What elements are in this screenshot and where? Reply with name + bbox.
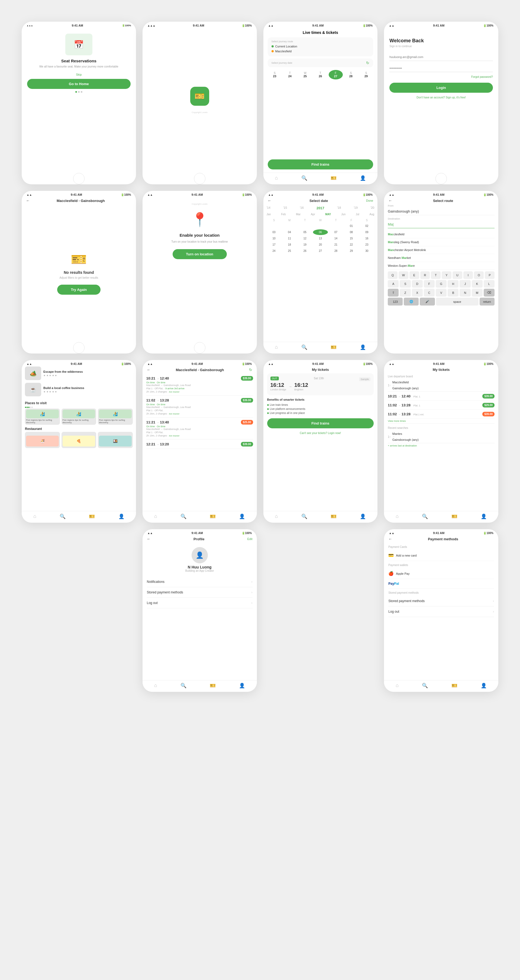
key-x[interactable]: X <box>412 289 423 297</box>
month-feb[interactable]: Feb <box>281 213 286 216</box>
back-arrow-payment[interactable]: ← <box>388 537 392 541</box>
cal-day-20[interactable]: 20 <box>313 242 328 248</box>
key-globe[interactable]: 🌐 <box>404 298 419 305</box>
rest-2[interactable]: 🍕 <box>62 432 97 448</box>
blog-card-2[interactable]: ☕ Build a local coffee business ★ ★ ★ ★ … <box>25 383 133 396</box>
search-icon-payment[interactable]: 🔍 <box>422 682 428 689</box>
cal-day-02[interactable]: 02 <box>359 223 374 229</box>
cal-day-12[interactable]: 12 <box>297 235 312 241</box>
key-m[interactable]: M <box>472 289 483 297</box>
date-26[interactable]: T26 <box>313 70 328 80</box>
login-button[interactable]: Login <box>390 83 493 93</box>
logout-menu-item[interactable]: Log out › <box>147 598 253 608</box>
key-return[interactable]: return <box>480 298 495 305</box>
year-15[interactable]: '15 <box>283 206 287 210</box>
cal-day-23[interactable]: 23 <box>359 242 374 248</box>
search-icon-profile[interactable]: 🔍 <box>180 682 186 689</box>
user-nav-icon[interactable]: 👤 <box>360 175 366 181</box>
month-apr[interactable]: Apr <box>311 213 315 216</box>
find-trains-tickets-button[interactable]: Find trains <box>267 418 374 428</box>
user-icon-cal[interactable]: 👤 <box>360 344 366 350</box>
key-q[interactable]: Q <box>388 271 398 279</box>
back-arrow-cal[interactable]: ← <box>268 199 272 203</box>
go-to-home-button[interactable]: Go to Home <box>27 79 130 89</box>
train-row-1[interactable]: 10:21 → 12:40 $39.00 On time · On time M… <box>146 374 253 396</box>
cal-day-14[interactable]: 14 <box>328 235 343 241</box>
suggestion-mansleg[interactable]: Mansleg (Sweny Road) <box>388 238 495 246</box>
done-button[interactable]: Done <box>366 199 373 202</box>
back-arrow-profile[interactable]: ← <box>147 537 151 541</box>
key-o[interactable]: O <box>474 271 484 279</box>
cal-day-01[interactable]: 01 <box>344 223 359 229</box>
try-again-button[interactable]: Try Again <box>57 285 100 295</box>
rest-3[interactable]: 🍱 <box>98 432 133 448</box>
cal-day-13[interactable]: 13 <box>313 235 328 241</box>
dest-value[interactable]: Ma| <box>388 221 495 228</box>
suggestion-needham[interactable]: Needham Market <box>388 254 495 262</box>
cal-day-09[interactable]: 09 <box>359 229 374 235</box>
cal-day-07[interactable]: 07 <box>328 229 343 235</box>
ticket-icon-te[interactable]: 🎫 <box>331 514 337 519</box>
user-icon-trains[interactable]: 👤 <box>239 514 245 519</box>
ticket-icon-content[interactable]: 🎫 <box>89 514 95 519</box>
user-icon-payment[interactable]: 👤 <box>481 682 487 689</box>
cal-day-30[interactable]: 30 <box>359 248 374 254</box>
cal-day-21[interactable]: 21 <box>328 242 343 248</box>
home-icon-cal[interactable]: ⌂ <box>275 344 278 350</box>
login-now-link[interactable]: Login now! <box>328 431 341 434</box>
month-jul[interactable]: Jul <box>356 213 359 216</box>
back-trains[interactable]: ← <box>147 368 151 372</box>
search-icon-cal[interactable]: 🔍 <box>301 344 307 350</box>
password-input[interactable] <box>390 64 493 72</box>
home-icon-profile[interactable]: ⌂ <box>154 682 157 689</box>
month-jan[interactable]: Jan <box>267 213 271 216</box>
ticket-nav-icon[interactable]: 🎫 <box>331 175 337 181</box>
paypal-item[interactable]: PayPal <box>388 579 494 589</box>
month-aug[interactable]: Aug <box>369 213 374 216</box>
cal-day-08[interactable]: 08 <box>344 229 359 235</box>
signup-link[interactable]: Sign up, it's free! <box>446 96 466 99</box>
user-icon-te[interactable]: 👤 <box>360 514 366 519</box>
back-arrow-route[interactable]: ← <box>388 199 392 203</box>
key-p[interactable]: P <box>485 271 495 279</box>
logout-link-payment[interactable]: Log out › <box>388 606 494 617</box>
cal-day-04[interactable]: 04 <box>282 229 297 235</box>
year-20[interactable]: '20 <box>371 206 374 210</box>
suggestion-weston[interactable]: Weston-Super-Mare <box>388 262 495 270</box>
cal-day-28[interactable]: 28 <box>328 248 343 254</box>
rest-1[interactable]: 🍜 <box>25 432 60 448</box>
key-v[interactable]: V <box>436 289 447 297</box>
cal-day-19[interactable]: 19 <box>297 242 312 248</box>
cal-day-17[interactable]: 17 <box>267 242 281 248</box>
date-28[interactable]: S28 <box>344 70 358 80</box>
key-shift[interactable]: ⇧ <box>388 289 399 297</box>
date-24[interactable]: T24 <box>283 70 297 80</box>
edit-profile-button[interactable]: Edit <box>247 537 253 541</box>
key-a[interactable]: A <box>388 280 399 288</box>
key-z[interactable]: Z <box>400 289 410 297</box>
cal-day-22[interactable]: 22 <box>344 242 359 248</box>
key-w[interactable]: W <box>399 271 409 279</box>
dep-train-1[interactable]: 10:21 → 12:40 Plat. 1 $39.00 <box>388 392 495 401</box>
home-nav-icon[interactable]: ⌂ <box>275 175 278 181</box>
back-arrow-nores[interactable]: ← <box>26 199 30 203</box>
ticket-icon-trains[interactable]: 🎫 <box>210 514 216 519</box>
month-jun[interactable]: Jun <box>341 213 345 216</box>
key-l[interactable]: L <box>484 280 495 288</box>
key-j[interactable]: J <box>460 280 471 288</box>
key-e[interactable]: E <box>409 271 419 279</box>
year-18[interactable]: '18 <box>337 206 341 210</box>
cal-day-27[interactable]: 27 <box>313 248 328 254</box>
key-t[interactable]: T <box>431 271 440 279</box>
search-icon-te[interactable]: 🔍 <box>301 514 307 519</box>
cal-day-24[interactable]: 24 <box>267 248 281 254</box>
home-icon-payment[interactable]: ⌂ <box>396 682 399 689</box>
cal-day-29[interactable]: 29 <box>344 248 359 254</box>
route-section[interactable]: Select journey route Current Location Ma… <box>268 37 374 56</box>
search-icon-dep[interactable]: 🔍 <box>422 514 428 519</box>
key-b[interactable]: B <box>448 289 458 297</box>
train-row-3[interactable]: 11:21 → 13:40 $25.00 On time · On time M… <box>146 417 253 439</box>
ticket-icon-cal[interactable]: 🎫 <box>331 344 337 350</box>
ticket-icon-payment[interactable]: 🎫 <box>452 682 457 689</box>
key-mic[interactable]: 🎤 <box>420 298 435 305</box>
